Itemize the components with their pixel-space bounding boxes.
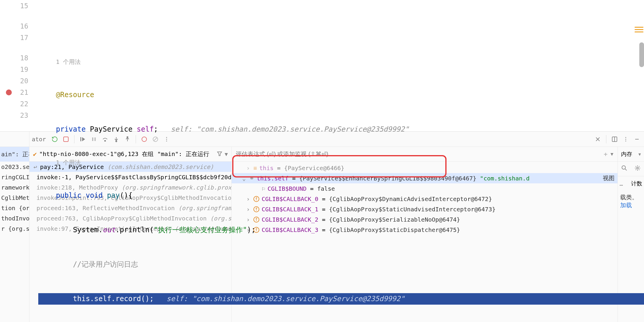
line-number: 19 [20, 66, 28, 73]
view-label[interactable]: 视图 [603, 174, 618, 182]
side-frame-list: ain": 正在运 o2023.servic ringCGLIB$$ ramew… [0, 132, 29, 322]
variable-row[interactable]: › f CGLIB$CALLBACK_2 = {CglibAopProxy$Se… [232, 214, 618, 225]
flag-icon: ⚐ [262, 185, 265, 192]
chevron-down-icon[interactable]: ▼ [610, 151, 613, 157]
hamburger-icon[interactable] [635, 25, 643, 33]
back-icon: ↩ [34, 163, 37, 170]
side-frame-row[interactable]: tion {org.spr [0, 203, 29, 213]
side-frame-row[interactable]: CglibMethod [0, 192, 29, 203]
variable-row[interactable]: › f CGLIB$CALLBACK_1 = {CglibAopProxy$St… [232, 204, 618, 214]
side-frame-row[interactable]: ringCGLIB$$ [0, 172, 29, 182]
line-number: 22 [20, 100, 28, 108]
line-number: 23 [20, 112, 28, 119]
field-icon: f [253, 196, 259, 202]
variables-tree[interactable]: › ≡ this = {PayService@6466} ⌄ ⚭ this.se… [232, 162, 618, 322]
chevron-right-icon[interactable]: › [246, 195, 251, 203]
checkmark-icon: ✔ [33, 150, 37, 158]
object-icon: ≡ [253, 165, 257, 172]
side-header-row[interactable]: ain": 正在运 [0, 147, 29, 162]
chevron-right-icon[interactable]: › [246, 216, 251, 223]
add-watch-icon[interactable]: + [604, 150, 608, 158]
code-content[interactable]: 1 个用法 @Resource private PayService self;… [38, 0, 644, 131]
line-number: 18 [20, 54, 28, 62]
code-editor[interactable]: 15 16 17 18 19 20 21 22 23 1 个用法 @Resour… [0, 0, 644, 131]
side-frame-row[interactable]: thodInvocat [0, 213, 29, 223]
usage-hint[interactable]: 1 个用法 [56, 56, 81, 68]
field-icon: f [253, 217, 259, 223]
usage-hint[interactable]: 1 个用法 [56, 157, 81, 168]
scrollbar[interactable] [639, 42, 644, 67]
variables-panel: + ▼ › ≡ this = {PayService@6466} ⌄ ⚭ thi… [232, 147, 618, 322]
chevron-down-icon[interactable]: ⌄ [242, 175, 247, 182]
chevron-right-icon[interactable]: › [246, 226, 251, 233]
field-icon: f [253, 206, 259, 212]
evaluate-expression-input[interactable] [236, 151, 601, 157]
variable-row[interactable]: ⚐ CGLIB$BOUND = false [232, 183, 618, 194]
variable-row[interactable]: › ≡ this = {PayService@6466} [232, 163, 618, 173]
side-frame-row[interactable]: ramework.cg [0, 182, 29, 192]
line-number: 21 [20, 89, 28, 96]
side-frame-row[interactable]: r {org.sprin [0, 223, 29, 234]
line-number: 15 [20, 2, 28, 10]
inline-debug-hint: self: "com.shishan.demo2023.service.PayS… [171, 124, 409, 135]
link-icon: ⚭ [249, 175, 254, 182]
breakpoint-icon[interactable] [6, 89, 12, 95]
variable-row[interactable]: ⌄ ⚭ this.self = {PayService$$EnhancerByS… [232, 173, 618, 183]
line-number: 20 [20, 77, 28, 85]
field-icon: f [253, 227, 259, 233]
variable-row[interactable]: › f CGLIB$CALLBACK_3 = {CglibAopProxy$St… [232, 225, 618, 235]
comment: //记录用户访问日志 [73, 259, 138, 270]
line-number: 17 [20, 34, 28, 42]
annotation: @Resource [56, 89, 94, 101]
side-frame-row[interactable]: o2023.servic [0, 162, 29, 172]
gutter: 15 16 17 18 19 20 21 22 23 [0, 0, 38, 131]
variable-row[interactable]: › f CGLIB$CALLBACK_0 = {CglibAopProxy$Dy… [232, 194, 618, 204]
chevron-right-icon[interactable]: › [246, 165, 251, 172]
line-number: 16 [20, 22, 28, 30]
chevron-right-icon[interactable]: › [246, 206, 251, 213]
